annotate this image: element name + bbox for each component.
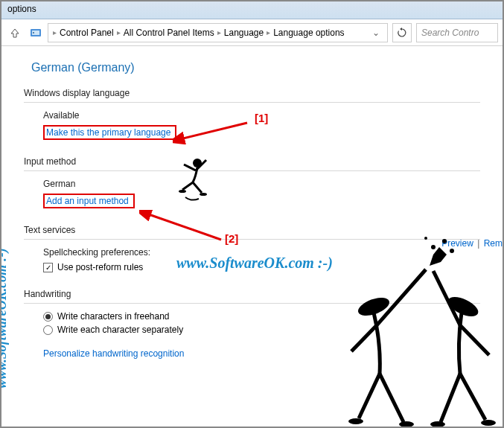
breadcrumb-item[interactable]: All Control Panel Items <box>124 28 214 38</box>
divider: | <box>477 238 479 249</box>
freehand-radio-row[interactable]: Write characters in freehand <box>43 311 480 322</box>
window-titlebar: options <box>1 1 503 19</box>
section-input-method: Input method German Add an input method <box>24 156 480 208</box>
chevron-right-icon: ▸ <box>53 28 57 36</box>
section-header: Input method <box>24 156 480 169</box>
breadcrumb: ▸ Control Panel ▸ All Control Panel Item… <box>48 23 388 42</box>
svg-point-13 <box>348 418 363 424</box>
annotation-highlight-2: Add an input method <box>43 194 135 208</box>
window-title: options <box>7 4 36 14</box>
navbar: ▸ Control Panel ▸ All Control Panel Item… <box>1 19 503 46</box>
watermark-vertical: www.SoftwareOK.com :-) <box>0 248 10 389</box>
control-panel-icon <box>28 25 43 40</box>
annotation-label-1: [1] <box>255 112 268 124</box>
freehand-label: Write characters in freehand <box>57 311 170 322</box>
watermark-horizontal: www.SoftwareOK.com :-) <box>176 255 333 272</box>
radio-icon <box>43 325 53 335</box>
remove-link[interactable]: Rem <box>484 238 503 249</box>
section-header: Text services <box>24 225 480 237</box>
chevron-right-icon: ▸ <box>267 28 270 36</box>
personalize-handwriting-link[interactable]: Personalize handwriting recognition <box>43 348 184 359</box>
input-language: German <box>43 179 480 189</box>
section-header: Windows display language <box>24 88 480 100</box>
refresh-icon <box>397 28 407 38</box>
add-input-method-link[interactable]: Add an input method <box>46 196 129 206</box>
section-display-language: Windows display language Available Make … <box>24 88 480 140</box>
svg-point-14 <box>399 421 414 427</box>
separate-label: Write each character separately <box>57 325 183 335</box>
svg-point-17 <box>481 420 496 426</box>
refresh-button[interactable] <box>392 23 412 42</box>
up-arrow-icon <box>10 28 20 38</box>
search-placeholder: Search Contro <box>421 28 479 38</box>
nav-up-button[interactable] <box>6 24 24 42</box>
section-header: Handwriting <box>24 289 480 301</box>
preview-link[interactable]: Preview <box>441 238 473 249</box>
breadcrumb-item[interactable]: Language <box>224 28 264 38</box>
checkbox-icon: ✓ <box>43 263 53 272</box>
make-primary-link[interactable]: Make this the primary language <box>46 127 170 138</box>
section-handwriting: Handwriting Write characters in freehand… <box>24 289 480 359</box>
breadcrumb-dropdown[interactable]: ⌄ <box>369 28 383 38</box>
svg-point-2 <box>33 32 34 33</box>
radio-icon <box>43 312 53 322</box>
content-area: German (Germany) Windows display languag… <box>1 46 503 390</box>
chevron-right-icon: ▸ <box>217 28 221 36</box>
separate-radio-row[interactable]: Write each character separately <box>43 325 480 335</box>
svg-point-16 <box>430 421 445 427</box>
annotation-highlight-1: Make this the primary language <box>43 125 176 140</box>
search-input[interactable]: Search Contro <box>416 23 498 42</box>
breadcrumb-item[interactable]: Language options <box>273 28 344 38</box>
annotation-label-2: [2] <box>225 232 238 245</box>
post-reform-label: Use post-reform rules <box>57 262 143 272</box>
breadcrumb-item[interactable]: Control Panel <box>60 28 114 38</box>
input-method-actions: Preview | Rem <box>441 238 503 249</box>
page-title: German (Germany) <box>31 61 480 74</box>
chevron-right-icon: ▸ <box>117 28 121 36</box>
